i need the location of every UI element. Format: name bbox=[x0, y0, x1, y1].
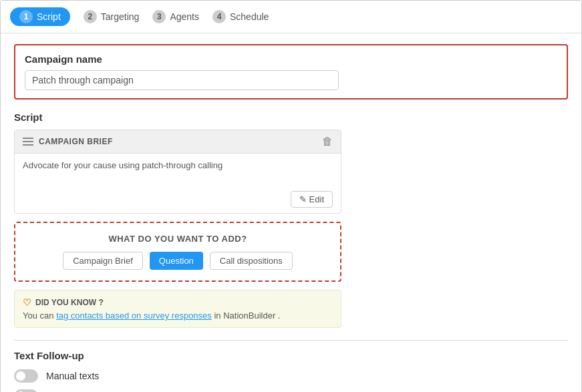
question-button[interactable]: Question bbox=[150, 252, 203, 270]
campaign-name-section: Campaign name bbox=[14, 44, 568, 100]
section-divider bbox=[14, 340, 568, 341]
campaign-brief-card: CAMPAIGN BRIEF 🗑 Advocate for your cause… bbox=[14, 130, 341, 214]
tab-targeting-num: 2 bbox=[84, 10, 97, 23]
tab-agents-num: 3 bbox=[152, 10, 166, 23]
lightbulb-icon: ♡ bbox=[23, 297, 31, 308]
campaign-name-label: Campaign name bbox=[25, 53, 557, 65]
add-section-title: WHAT DO YOU WANT TO ADD? bbox=[26, 234, 329, 244]
main-window: 1 Script 2 Targeting 3 Agents 4 Schedule… bbox=[0, 0, 582, 392]
manual-texts-label: Manual texts bbox=[46, 371, 99, 381]
tab-targeting-label: Targeting bbox=[101, 11, 140, 22]
drag-handle-icon bbox=[23, 138, 33, 146]
did-you-know-box: ♡ DID YOU KNOW ? You can tag contacts ba… bbox=[14, 290, 341, 328]
add-section-box: WHAT DO YOU WANT TO ADD? Campaign Brief … bbox=[14, 222, 341, 282]
automated-texts-toggle[interactable] bbox=[14, 389, 38, 392]
brief-footer: ✎ Edit bbox=[15, 187, 341, 213]
call-dispositions-button[interactable]: Call dispositions bbox=[210, 252, 293, 270]
main-content: Campaign name Script CAMPAIGN BRIEF 🗑 Ad… bbox=[1, 33, 581, 392]
add-section-buttons: Campaign Brief Question Call disposition… bbox=[26, 252, 329, 270]
manual-texts-row: Manual texts bbox=[14, 369, 568, 383]
campaign-brief-button[interactable]: Campaign Brief bbox=[63, 252, 143, 270]
script-label: Script bbox=[14, 112, 568, 123]
trash-icon[interactable]: 🗑 bbox=[322, 136, 333, 148]
tab-script[interactable]: 1 Script bbox=[10, 7, 70, 26]
text-followup-label: Text Follow-up bbox=[14, 350, 568, 361]
tab-targeting[interactable]: 2 Targeting bbox=[84, 10, 140, 23]
edit-button[interactable]: ✎ Edit bbox=[291, 191, 333, 208]
tab-schedule[interactable]: 4 Schedule bbox=[212, 10, 269, 23]
tab-script-label: Script bbox=[37, 11, 61, 22]
brief-header: CAMPAIGN BRIEF 🗑 bbox=[15, 130, 341, 154]
manual-texts-toggle[interactable] bbox=[14, 369, 38, 383]
brief-header-left: CAMPAIGN BRIEF bbox=[23, 137, 113, 146]
tab-script-num: 1 bbox=[19, 10, 33, 23]
campaign-name-input[interactable] bbox=[25, 70, 339, 90]
pencil-icon: ✎ bbox=[299, 194, 307, 204]
tab-agents[interactable]: 3 Agents bbox=[152, 10, 199, 23]
did-you-know-body: You can tag contacts based on survey res… bbox=[23, 311, 333, 321]
tag-contacts-link[interactable]: tag contacts based on survey responses bbox=[56, 311, 212, 321]
brief-body: Advocate for your cause using patch-thro… bbox=[15, 154, 341, 187]
tab-bar: 1 Script 2 Targeting 3 Agents 4 Schedule bbox=[1, 1, 581, 33]
manual-texts-slider bbox=[14, 369, 38, 383]
did-you-know-header: ♡ DID YOU KNOW ? bbox=[23, 297, 333, 308]
tab-agents-label: Agents bbox=[170, 11, 199, 22]
automated-texts-slider bbox=[14, 389, 38, 392]
tab-schedule-label: Schedule bbox=[230, 11, 269, 22]
tab-schedule-num: 4 bbox=[212, 10, 226, 23]
automated-texts-row: Automated texts bbox=[14, 389, 568, 392]
brief-title: CAMPAIGN BRIEF bbox=[39, 137, 113, 146]
